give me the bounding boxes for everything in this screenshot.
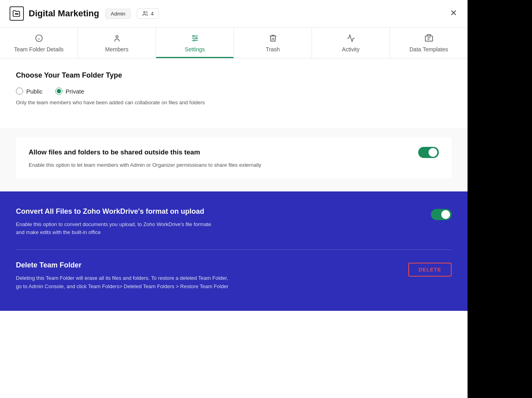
tabs-bar: Team Folder Details Members [0,27,468,59]
blue-section-text: Convert All Files to Zoho WorkDrive's fo… [16,207,211,237]
right-panel [468,0,532,398]
tab-label: Members [105,46,128,53]
svg-point-9 [116,36,118,38]
info-icon [35,34,43,44]
blue-toggle-row: Convert All Files to Zoho WorkDrive's fo… [16,207,452,237]
convert-section: Convert All Files to Zoho WorkDrive's fo… [16,207,452,237]
svg-point-15 [193,40,195,41]
modal-header: Digital Marketing Admin 4 [0,0,468,27]
toggle-row-1: Allow files and folders to be shared out… [29,147,439,158]
svg-point-1 [16,14,17,14]
tab-members[interactable]: Members [78,27,156,58]
settings-content: Choose Your Team Folder Type Public Priv… [0,59,468,128]
private-radio[interactable] [55,88,62,95]
blue-section-title: Convert All Files to Zoho WorkDrive's fo… [16,207,211,216]
title-group: Digital Marketing [10,6,99,21]
radio-group: Public Private [16,88,452,95]
radio-description: Only the team members who have been adde… [16,100,452,105]
public-radio-label[interactable]: Public [16,88,43,95]
settings-gray-section: Allow files and folders to be shared out… [0,128,468,191]
blue-panel: Convert All Files to Zoho WorkDrive's fo… [0,191,468,311]
blue-divider [16,250,452,250]
settings-icon [191,34,199,44]
svg-point-3 [144,12,145,13]
delete-section: Delete Team Folder Deleting this Team Fo… [16,261,452,291]
section1-title: Choose Your Team Folder Type [16,71,452,80]
delete-desc: Deleting this Team Folder will erase all… [16,274,228,291]
tab-data-templates[interactable]: Data Templates [390,27,468,58]
svg-rect-16 [425,36,432,41]
admin-badge: Admin [105,9,131,19]
tab-label: Data Templates [409,46,448,53]
svg-point-0 [15,14,16,14]
tab-trash[interactable]: Trash [234,27,312,58]
delete-button[interactable]: DELETE [408,263,452,277]
tab-label: Trash [266,46,280,53]
members-icon [113,34,121,44]
tab-label: Settings [185,46,205,53]
toggle-switch-1[interactable] [418,147,439,158]
modal-title: Digital Marketing [29,8,99,19]
toggle-desc-1: Enable this option to let team members w… [29,161,439,169]
slider-1 [418,147,439,158]
toggle-title-1: Allow files and folders to be shared out… [29,148,200,156]
tab-label: Activity [342,46,359,53]
toggle-switch-2[interactable] [431,209,452,220]
public-radio[interactable] [16,88,23,95]
activity-icon [347,34,355,44]
toggle-section-1: Allow files and folders to be shared out… [16,137,452,179]
close-button[interactable] [449,8,458,19]
tab-label: Team Folder Details [14,46,64,53]
blue-section-desc: Enable this option to convert documents … [16,220,211,237]
private-radio-label[interactable]: Private [55,88,84,95]
tab-settings[interactable]: Settings [156,27,234,58]
delete-title: Delete Team Folder [16,261,228,269]
trash-icon [269,34,277,44]
svg-point-13 [193,35,194,37]
data-templates-icon [425,34,433,44]
slider-2 [431,209,452,220]
svg-point-14 [195,37,197,39]
members-badge: 4 [137,8,159,19]
delete-text: Delete Team Folder Deleting this Team Fo… [16,261,228,291]
members-count: 4 [151,11,154,17]
tab-team-folder-details[interactable]: Team Folder Details [0,27,78,58]
tab-activity[interactable]: Activity [312,27,390,58]
folder-icon [10,6,24,21]
svg-point-2 [18,14,18,14]
